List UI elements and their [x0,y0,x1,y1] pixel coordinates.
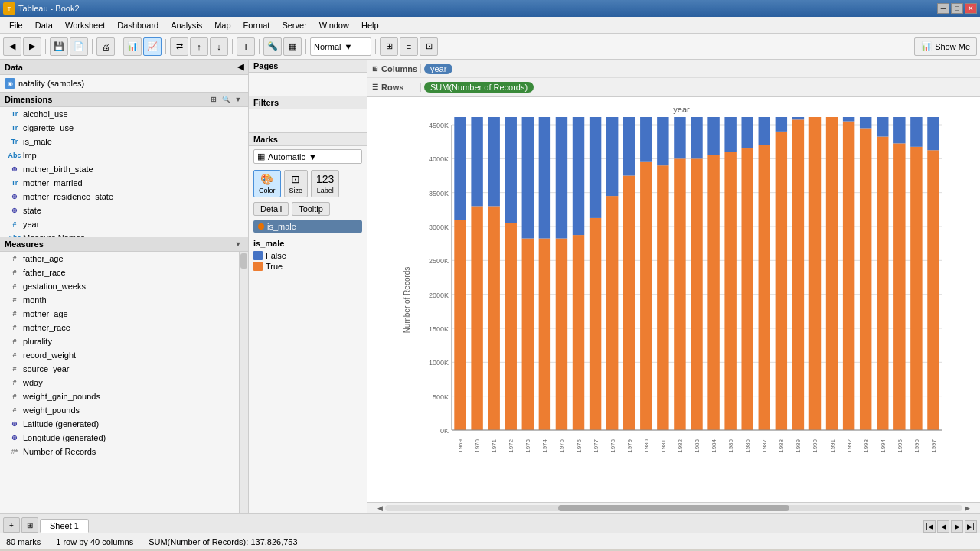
svg-text:1972: 1972 [508,439,514,452]
dim-grid-icon[interactable]: ⊞ [208,94,219,105]
swap-button[interactable]: ⇄ [170,37,188,56]
window-controls[interactable]: ─ □ ✕ [937,3,977,14]
field-month[interactable]: # month [0,293,239,307]
field-name: wday [23,378,43,387]
fit-width-btn[interactable]: ⊞ [380,37,398,56]
sort-desc-button[interactable]: ↓ [210,37,228,56]
fit-btn[interactable]: ⊡ [420,37,438,56]
field-cigarette-use[interactable]: Tr cigarette_use [0,121,248,135]
new-dashboard-button[interactable]: ⊞ [21,517,38,533]
new-button[interactable]: 📄 [70,37,88,56]
field-source-year[interactable]: # source_year [0,362,239,376]
svg-text:1980: 1980 [643,439,650,452]
tab-nav-last[interactable]: ▶| [965,520,977,533]
highlight-btn[interactable]: 🔦 [263,37,282,56]
minimize-button[interactable]: ─ [937,3,949,14]
show-me-button[interactable]: 📊 Show Me [914,37,977,56]
marks-type-dropdown[interactable]: ▦ Automatic ▼ [253,149,362,164]
field-mother-residence-state[interactable]: ⊕ mother_residence_state [0,190,248,204]
back-button[interactable]: ◀ [3,37,21,56]
field-name: Number of Records [23,447,96,456]
bar-chart-btn[interactable]: ▦ [283,37,302,56]
field-weight-gain[interactable]: # weight_gain_pounds [0,390,239,403]
data-source[interactable]: ◉ natality (samples) [0,75,248,93]
text-btn[interactable]: T [237,37,255,56]
field-longitude[interactable]: ⊕ Longitude (generated) [0,431,239,445]
menu-analysis[interactable]: Analysis [165,19,208,31]
field-measure-names[interactable]: Abc Measure Names [0,231,248,237]
legend-item-false[interactable]: False [253,251,362,260]
sheet-tab-1[interactable]: Sheet 1 [40,519,89,533]
menu-help[interactable]: Help [355,19,385,31]
dim-menu-icon[interactable]: ▼ [233,94,243,105]
field-mother-birth-state[interactable]: ⊕ mother_birth_state [0,162,248,176]
maximize-button[interactable]: □ [951,3,963,14]
svg-rect-83 [809,117,821,430]
color-btn[interactable]: 🎨 Color [253,170,281,197]
menu-data[interactable]: Data [29,19,59,31]
field-number-of-records[interactable]: #* Number of Records [0,445,239,458]
field-father-race[interactable]: # father_race [0,266,239,279]
svg-text:1987: 1987 [761,439,768,452]
fit-height-btn[interactable]: ≡ [400,37,418,56]
app-icon: T [3,2,15,15]
save-button[interactable]: 💾 [50,37,68,56]
menu-window[interactable]: Window [313,19,355,31]
field-mother-age[interactable]: # mother_age [0,307,239,321]
dim-search-icon[interactable]: 🔍 [220,94,231,105]
tab-nav-prev[interactable]: ◀ [937,520,949,533]
color-field[interactable]: is_male [253,220,362,233]
menu-worksheet[interactable]: Worksheet [59,19,111,31]
svg-rect-98 [893,143,905,430]
size-btn[interactable]: ⊡ Size [284,170,309,197]
field-father-age[interactable]: # father_age [0,252,239,266]
menu-format[interactable]: Format [237,19,276,31]
field-lmp[interactable]: Abc lmp [0,148,248,162]
scrollbar-thumb[interactable] [558,505,789,511]
label-btn[interactable]: 123 Label [311,170,339,197]
field-mother-race[interactable]: # mother_race [0,321,239,334]
field-mother-married[interactable]: Tr mother_married [0,176,248,190]
svg-rect-50 [623,176,635,431]
panel-collapse-icon[interactable]: ◀ [237,62,243,72]
menu-file[interactable]: File [3,19,29,31]
tab-nav-first[interactable]: |◀ [923,520,936,533]
tooltip-btn[interactable]: Tooltip [292,202,330,216]
scrollbar-track[interactable] [385,505,962,511]
field-record-weight[interactable]: # record_weight [0,348,239,362]
toolbar-sep5 [232,39,233,54]
field-alcohol-use[interactable]: Tr alcohol_use [0,107,248,121]
field-is-male[interactable]: Tr is_male [0,135,248,148]
field-plurality[interactable]: # plurality [0,334,239,348]
menu-server[interactable]: Server [276,19,312,31]
field-name: year [23,220,39,229]
forward-button[interactable]: ▶ [23,37,41,56]
chart-btn1[interactable]: 📊 [123,37,142,56]
menu-dashboard[interactable]: Dashboard [111,19,165,31]
print-button[interactable]: 🖨 [96,37,115,56]
tab-nav-next[interactable]: ▶ [951,520,963,533]
close-button[interactable]: ✕ [965,3,977,14]
field-weight-pounds[interactable]: # weight_pounds [0,403,239,417]
menu-map[interactable]: Map [208,19,237,31]
horizontal-scrollbar[interactable]: ◀ ▶ [368,502,980,513]
columns-pill[interactable]: year [424,64,452,74]
field-year[interactable]: # year [0,217,248,231]
chart-btn2[interactable]: 📈 [143,37,162,56]
rows-pill[interactable]: SUM(Number of Records) [424,82,534,93]
detail-btn[interactable]: Detail [253,202,289,216]
field-state[interactable]: ⊕ state [0,204,248,217]
field-type-icon: ⊕ [9,432,20,443]
scroll-left-arrow[interactable]: ◀ [375,504,385,512]
meas-menu-icon[interactable]: ▼ [233,239,243,249]
field-type-icon: Tr [9,136,20,147]
field-latitude[interactable]: ⊕ Latitude (generated) [0,417,239,431]
measures-scrollbar[interactable] [239,252,248,513]
sort-asc-button[interactable]: ↑ [190,37,208,56]
new-sheet-button[interactable]: + [3,517,20,533]
field-gestation-weeks[interactable]: # gestation_weeks [0,279,239,293]
legend-item-true[interactable]: True [253,262,362,271]
scroll-right-arrow[interactable]: ▶ [962,504,972,512]
field-wday[interactable]: # wday [0,376,239,390]
view-dropdown[interactable]: Normal ▼ [310,37,371,56]
